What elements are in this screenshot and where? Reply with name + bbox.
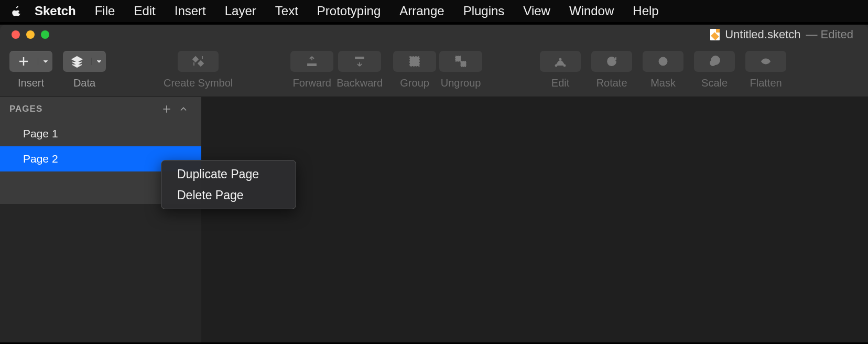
svg-point-5 [563,64,566,67]
backward-label: Backward [337,77,383,89]
apple-menu-icon[interactable] [10,5,25,17]
window-minimize-button[interactable] [26,30,35,39]
sketch-window: Untitled.sketch — Edited Insert Data Cre… [0,25,868,342]
menu-file[interactable]: File [85,4,125,18]
canvas[interactable] [201,97,868,342]
menu-layer[interactable]: Layer [215,4,266,18]
context-menu-duplicate-page[interactable]: Duplicate Page [161,164,296,185]
document-name: Untitled.sketch [725,28,800,41]
edit-button[interactable] [540,51,581,72]
layers-panel [0,204,201,342]
sidebar: PAGES Page 1 Page 2 [0,97,201,342]
data-label: Data [73,77,95,89]
scale-button[interactable] [694,51,735,72]
svg-rect-1 [413,59,417,63]
pages-title: PAGES [9,104,158,114]
forward-button[interactable] [290,51,333,72]
menu-arrange[interactable]: Arrange [390,4,453,18]
document-edited-label: — Edited [806,28,854,41]
svg-rect-3 [461,61,466,67]
create-symbol-label: Create Symbol [164,77,233,89]
group-button[interactable] [393,51,436,72]
svg-point-6 [559,58,561,60]
menu-insert[interactable]: Insert [165,4,215,18]
macos-menubar: Sketch File Edit Insert Layer Text Proto… [0,0,868,22]
insert-button[interactable] [9,51,52,72]
window-titlebar: Untitled.sketch — Edited [0,25,868,45]
edit-label: Edit [551,77,569,89]
traffic-lights [12,30,49,39]
flatten-label: Flatten [750,77,782,89]
context-menu: Duplicate Page Delete Page [161,160,296,209]
forward-label: Forward [293,77,331,89]
add-page-button[interactable] [158,104,175,114]
chevron-down-icon[interactable] [38,58,52,65]
menu-edit[interactable]: Edit [124,4,165,18]
data-button[interactable] [63,51,106,72]
flatten-button[interactable] [745,51,786,72]
collapse-pages-button[interactable] [175,104,192,114]
document-icon [710,29,720,40]
ungroup-button[interactable] [439,51,482,72]
menu-help[interactable]: Help [623,4,668,18]
window-zoom-button[interactable] [41,30,49,39]
group-label: Group [400,77,429,89]
menubar-app-name[interactable]: Sketch [25,4,85,18]
menu-view[interactable]: View [514,4,560,18]
menu-plugins[interactable]: Plugins [454,4,514,18]
menu-window[interactable]: Window [560,4,623,18]
svg-point-4 [555,64,557,67]
mask-label: Mask [650,77,676,89]
rotate-label: Rotate [596,77,627,89]
rotate-button[interactable] [591,51,632,72]
context-menu-delete-page[interactable]: Delete Page [161,185,296,206]
page-item[interactable]: Page 1 [0,121,201,146]
svg-point-7 [659,57,667,66]
pages-header: PAGES [0,97,201,121]
ungroup-label: Ungroup [441,77,481,89]
insert-label: Insert [18,77,44,89]
mask-button[interactable] [643,51,683,72]
create-symbol-button[interactable] [178,51,219,72]
window-title: Untitled.sketch — Edited [710,28,853,41]
menu-prototyping[interactable]: Prototyping [308,4,390,18]
toolbar: Insert Data Create Symbol F [0,45,868,97]
svg-point-9 [711,56,720,64]
svg-rect-2 [455,56,461,61]
backward-button[interactable] [338,51,381,72]
window-close-button[interactable] [12,30,20,39]
menu-text[interactable]: Text [266,4,308,18]
scale-label: Scale [701,77,728,89]
chevron-down-icon[interactable] [91,58,106,65]
